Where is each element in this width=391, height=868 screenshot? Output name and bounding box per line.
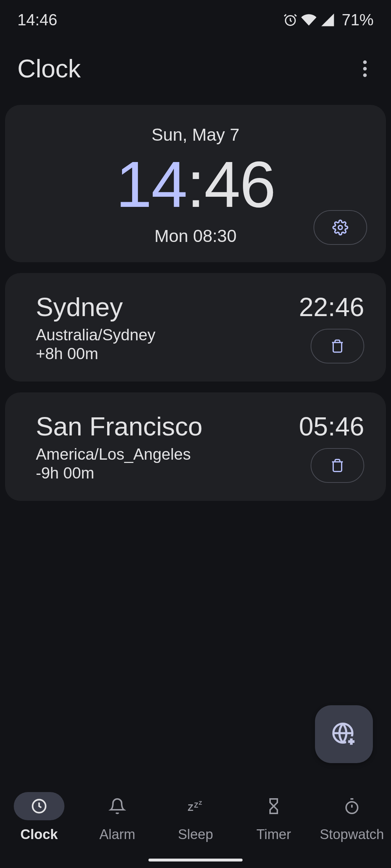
add-city-button[interactable]: [315, 705, 373, 763]
more-options-button[interactable]: [356, 60, 374, 77]
city-card-sydney[interactable]: Sydney Australia/Sydney +8h 00m 22:46: [5, 273, 386, 382]
nav-sleep[interactable]: Z Z Z Sleep: [156, 792, 235, 842]
nav-label: Timer: [256, 827, 291, 842]
city-name: San Francisco: [36, 412, 202, 441]
delete-city-button[interactable]: [311, 448, 364, 483]
hourglass-icon: [248, 792, 299, 820]
app-header: Clock: [0, 36, 391, 98]
svg-text:Z: Z: [194, 801, 198, 809]
nav-alarm[interactable]: Alarm: [78, 792, 156, 842]
page-title: Clock: [17, 54, 81, 83]
bell-icon: [92, 792, 143, 820]
svg-text:Z: Z: [199, 800, 202, 806]
nav-clock[interactable]: Clock: [0, 792, 78, 842]
svg-text:Z: Z: [188, 802, 193, 813]
svg-point-1: [363, 60, 367, 64]
city-time: 05:46: [299, 412, 364, 441]
sleep-icon: Z Z Z: [170, 792, 221, 820]
city-name: Sydney: [36, 293, 155, 322]
main-date: Sun, May 7: [20, 125, 371, 145]
alarm-icon: [283, 13, 298, 27]
cellular-icon: [320, 12, 335, 27]
bottom-navigation: Clock Alarm Z Z Z Sleep Timer: [0, 781, 391, 868]
stopwatch-icon: [327, 792, 377, 820]
nav-timer[interactable]: Timer: [235, 792, 313, 842]
svg-point-3: [363, 73, 367, 77]
status-bar: 14:46 71%: [0, 0, 391, 36]
city-timezone: Australia/Sydney: [36, 326, 155, 344]
main-clock-card: Sun, May 7 14:46 Mon 08:30: [5, 105, 386, 262]
battery-percent: 71%: [342, 11, 374, 29]
city-time: 22:46: [299, 293, 364, 322]
gesture-bar: [148, 859, 243, 861]
clock-icon: [14, 792, 64, 820]
city-card-san-francisco[interactable]: San Francisco America/Los_Angeles -9h 00…: [5, 392, 386, 501]
main-hours: 14: [116, 148, 187, 221]
nav-label: Sleep: [178, 827, 213, 842]
wifi-icon: [301, 12, 316, 27]
status-icons: 71%: [283, 11, 374, 29]
svg-point-2: [363, 67, 367, 71]
status-time: 14:46: [17, 11, 57, 29]
svg-point-4: [339, 226, 342, 230]
city-offset: -9h 00m: [36, 464, 202, 482]
nav-label: Stopwatch: [320, 827, 384, 842]
delete-city-button[interactable]: [311, 329, 364, 363]
city-timezone: America/Los_Angeles: [36, 445, 202, 463]
main-minutes: 46: [204, 148, 275, 221]
main-time: 14:46: [20, 152, 371, 217]
nav-label: Alarm: [99, 827, 135, 842]
city-offset: +8h 00m: [36, 345, 155, 363]
nav-label: Clock: [20, 827, 58, 842]
nav-stopwatch[interactable]: Stopwatch: [313, 792, 391, 842]
settings-button[interactable]: [314, 210, 367, 245]
